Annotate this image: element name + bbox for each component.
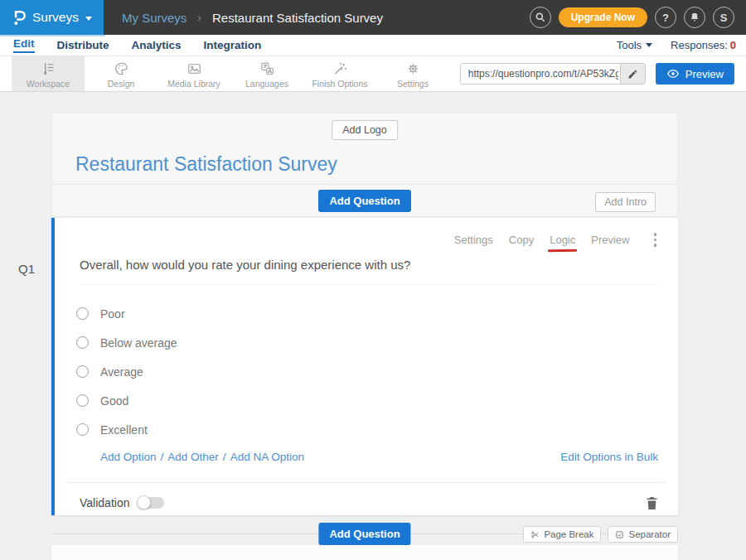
toolbar-label: Workspace xyxy=(27,79,70,89)
survey-header-card: Add Logo Restaurant Satisfaction Survey xyxy=(51,113,678,184)
bell-icon xyxy=(689,12,700,23)
product-name: Surveys xyxy=(32,10,79,25)
tab-edit[interactable]: Edit xyxy=(13,37,35,53)
tab-distribute[interactable]: Distribute xyxy=(57,39,109,51)
toolbar-item-media-library[interactable]: Media Library xyxy=(157,56,230,91)
bottom-add-strip: Add Question Page Break xyxy=(51,515,678,545)
scissors-icon xyxy=(530,530,540,539)
more-options-icon[interactable] xyxy=(652,231,659,249)
validation-toggle[interactable] xyxy=(138,497,164,509)
link-separator: / xyxy=(223,451,226,463)
avatar-initial: S xyxy=(720,12,728,24)
add-logo-button[interactable]: Add Logo xyxy=(332,120,398,140)
question-divider xyxy=(66,482,666,483)
add-na-option-link[interactable]: Add NA Option xyxy=(230,451,304,463)
question-settings-action[interactable]: Settings xyxy=(454,234,493,246)
chevron-down-icon xyxy=(85,17,92,21)
toolbar-label: Design xyxy=(108,79,135,89)
responses-count: 0 xyxy=(730,39,736,51)
page-break-button[interactable]: Page Break xyxy=(523,526,601,543)
edit-options-in-bulk-link[interactable]: Edit Options in Bulk xyxy=(560,451,658,463)
option-label[interactable]: Excellent xyxy=(100,423,148,437)
responses-counter[interactable]: Responses:0 xyxy=(671,39,736,51)
app-header: Surveys My Surveys › Restaurant Satisfac… xyxy=(0,0,746,35)
add-other-link[interactable]: Add Other xyxy=(167,451,219,463)
option-label[interactable]: Poor xyxy=(100,307,125,321)
chevron-down-icon xyxy=(646,43,652,47)
separator-button[interactable]: Separator xyxy=(608,526,678,543)
trash-icon xyxy=(646,496,658,510)
radio-button[interactable] xyxy=(76,423,89,436)
preview-button[interactable]: Preview xyxy=(656,63,734,84)
logic-label: Logic xyxy=(550,234,575,246)
product-switcher[interactable]: Surveys xyxy=(0,0,104,35)
breadcrumb-separator: › xyxy=(197,11,201,24)
survey-url-field xyxy=(460,63,646,84)
survey-url-input[interactable] xyxy=(461,64,620,84)
add-option-link[interactable]: Add Option xyxy=(100,451,157,463)
add-question-button[interactable]: Add Question xyxy=(318,190,410,212)
edit-toolbar: Workspace Design Media Library xyxy=(0,56,746,92)
insert-buttons: Page Break Separator xyxy=(523,526,678,543)
logo-edge-accent xyxy=(0,35,105,36)
tools-menu[interactable]: Tools xyxy=(617,39,652,51)
edit-url-button[interactable] xyxy=(620,64,645,84)
question-copy-action[interactable]: Copy xyxy=(509,234,534,246)
radio-button[interactable] xyxy=(76,394,89,407)
question-preview-action[interactable]: Preview xyxy=(591,234,629,246)
radio-button[interactable] xyxy=(76,336,89,349)
survey-nav: Edit Distribute Analytics Integration To… xyxy=(0,35,746,56)
tab-integration[interactable]: Integration xyxy=(204,39,262,51)
toolbar-item-workspace[interactable]: Workspace xyxy=(12,56,85,91)
toolbar-item-design[interactable]: Design xyxy=(85,56,157,91)
search-button[interactable] xyxy=(530,7,551,28)
responses-label: Responses: xyxy=(671,39,728,51)
add-question-button-bottom[interactable]: Add Question xyxy=(318,523,410,545)
radio-button[interactable] xyxy=(76,365,89,378)
toolbar-label: Media Library xyxy=(167,79,220,89)
toolbar-item-finish-options[interactable]: Finish Options xyxy=(303,56,376,91)
toolbar-item-settings[interactable]: Settings xyxy=(376,56,449,91)
question-actions: Settings Copy Logic Preview xyxy=(454,231,658,249)
eye-icon xyxy=(666,69,680,79)
option-label[interactable]: Average xyxy=(100,365,143,379)
help-button[interactable]: ? xyxy=(655,7,676,28)
notifications-button[interactable] xyxy=(684,7,705,28)
header-actions: Upgrade Now ? S xyxy=(530,7,746,28)
workspace-canvas: Q1 Add Logo Restaurant Satisfaction Surv… xyxy=(0,92,746,560)
pencil-icon xyxy=(627,69,638,80)
workspace-icon xyxy=(41,61,56,76)
question-number: Q1 xyxy=(18,262,35,276)
link-separator: / xyxy=(161,451,164,463)
palette-icon xyxy=(114,61,129,76)
upgrade-now-button[interactable]: Upgrade Now xyxy=(559,7,647,27)
toggle-knob xyxy=(137,495,151,509)
separator-label: Separator xyxy=(628,529,671,539)
nav-tabs: Edit Distribute Analytics Integration xyxy=(13,37,261,53)
answer-options: Poor Below average Average Good Excellen… xyxy=(76,299,658,444)
toolbar-item-languages[interactable]: Languages xyxy=(230,56,303,91)
question-card: Settings Copy Logic Preview Overall, how… xyxy=(51,218,678,515)
option-row: Good xyxy=(76,386,658,415)
preview-label: Preview xyxy=(685,68,724,80)
translate-icon xyxy=(259,61,275,76)
option-label[interactable]: Good xyxy=(100,394,128,408)
tab-analytics[interactable]: Analytics xyxy=(132,39,182,51)
validation-row: Validation xyxy=(80,492,658,514)
delete-question-button[interactable] xyxy=(646,496,658,510)
survey-title[interactable]: Restaurant Satisfaction Survey xyxy=(75,153,337,176)
question-text[interactable]: Overall, how would you rate your dining … xyxy=(80,258,410,272)
option-label[interactable]: Below average xyxy=(100,336,177,350)
breadcrumb-my-surveys[interactable]: My Surveys xyxy=(122,11,186,25)
toolbar-label: Languages xyxy=(245,79,288,89)
radio-button[interactable] xyxy=(76,307,89,320)
question-logic-action[interactable]: Logic xyxy=(550,234,575,246)
add-intro-button[interactable]: Add Intro xyxy=(595,192,656,212)
account-avatar[interactable]: S xyxy=(713,7,734,28)
help-icon: ? xyxy=(662,12,669,24)
option-row: Excellent xyxy=(76,415,658,444)
breadcrumb-survey-title: Restaurant Satisfaction Survey xyxy=(212,11,383,25)
image-icon xyxy=(186,61,202,76)
toolbar-label: Settings xyxy=(397,79,429,89)
checkbox-icon xyxy=(615,530,624,539)
